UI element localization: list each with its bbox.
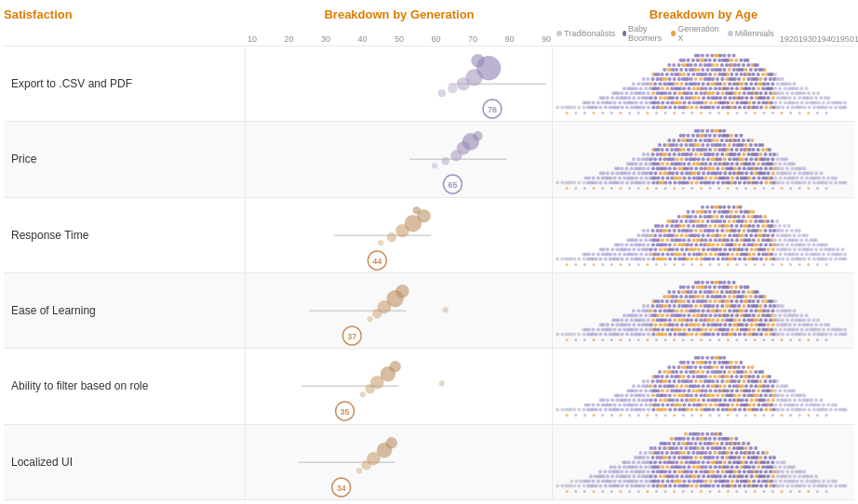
svg-point-1065 [821,181,824,185]
svg-point-776 [693,172,697,176]
svg-point-707 [670,148,674,152]
svg-point-2201 [810,323,813,326]
svg-point-2577 [728,384,731,388]
svg-point-2099 [755,318,758,322]
svg-point-1686 [798,263,801,266]
svg-point-1202 [650,233,653,237]
svg-point-758 [686,153,690,156]
svg-point-1940 [704,313,707,317]
svg-point-695 [665,163,669,166]
svg-point-549 [682,112,685,114]
svg-point-3273 [777,470,781,473]
svg-point-486 [793,96,797,99]
svg-point-3345 [690,490,693,493]
svg-point-774 [695,181,699,185]
svg-point-2255 [825,338,828,341]
svg-point-397 [752,100,756,104]
svg-point-540 [601,112,604,114]
svg-point-1 [438,89,446,97]
svg-point-1343 [706,247,710,251]
svg-point-2094 [754,295,757,298]
svg-point-2720 [784,384,788,388]
svg-point-2587 [731,390,734,393]
svg-point-2016 [728,295,731,298]
svg-point-1618 [805,233,809,237]
svg-point-2238 [673,338,676,341]
svg-point-1078 [583,187,586,190]
svg-point-2643 [748,375,752,378]
svg-point-2989 [677,442,681,445]
svg-point-2010 [728,323,731,326]
svg-point-1832 [667,304,671,308]
svg-point-3107 [711,442,715,445]
svg-point-576 [560,181,564,185]
svg-point-3349 [727,490,730,493]
svg-point-3079 [706,460,710,464]
svg-point-3104 [711,456,715,459]
svg-point-452 [776,96,780,99]
svg-point-3293 [792,479,796,483]
svg-point-46 [616,91,620,95]
svg-point-2918 [650,446,653,450]
svg-point-2244 [727,338,730,341]
svg-point-697 [664,153,667,156]
svg-point-2408 [671,370,675,374]
svg-point-443 [770,100,773,104]
svg-point-2766 [566,414,569,417]
svg-point-1353 [707,257,711,260]
svg-point-2781 [700,414,703,417]
svg-point-2024 [731,313,734,317]
svg-point-1583 [784,233,788,237]
svg-point-2052 [737,290,741,294]
svg-point-900 [730,148,733,152]
svg-point-889 [726,148,730,152]
svg-point-1784 [651,332,655,336]
svg-point-822 [707,181,711,185]
svg-point-1285 [686,257,690,260]
svg-point-1877 [682,285,686,289]
svg-point-948 [750,172,754,176]
svg-point-1389 [721,257,725,260]
svg-point-2595 [735,404,739,407]
svg-point-2557 [720,365,724,369]
svg-point-536 [566,112,569,114]
svg-point-2304 [620,394,623,398]
svg-point-2591 [732,370,736,374]
svg-point-1028 [785,167,789,171]
svg-point-1334 [702,233,705,237]
svg-point-753 [688,177,691,180]
svg-point-1200 [651,243,655,246]
svg-point-341 [732,54,736,58]
svg-point-2930 [659,474,663,478]
svg-point-1363 [708,209,712,213]
svg-point-3233 [757,451,760,455]
svg-point-70 [637,96,641,99]
svg-point-3063 [701,479,704,483]
svg-point-1730 [613,327,617,331]
svg-point-941 [744,157,748,161]
svg-point-1699 [556,332,559,336]
svg-point-2523 [710,356,714,360]
svg-point-2043 [738,332,742,336]
svg-point-1379 [716,247,719,251]
svg-point-363 [739,59,743,62]
svg-point-2067 [744,323,748,326]
svg-point-2897 [642,470,646,473]
svg-point-977 [759,167,763,171]
svg-point-3030 [691,465,695,469]
svg-point-2493 [702,384,705,388]
svg-point-1279 [682,238,686,242]
svg-point-3006 [682,465,686,469]
svg-point-791 [697,157,701,161]
svg-point-2576 [726,390,730,393]
svg-point-2638 [750,399,754,403]
svg-point-521 [822,100,825,104]
svg-point-269 [710,54,714,58]
svg-point-466 [784,100,787,104]
svg-point-2771 [610,414,613,417]
svg-point-2197 [807,323,811,326]
svg-point-184 [682,73,686,76]
svg-point-2381 [664,408,667,412]
table-row: Ability to filter based on role35 [4,348,854,423]
svg-point-2326 [637,384,640,388]
